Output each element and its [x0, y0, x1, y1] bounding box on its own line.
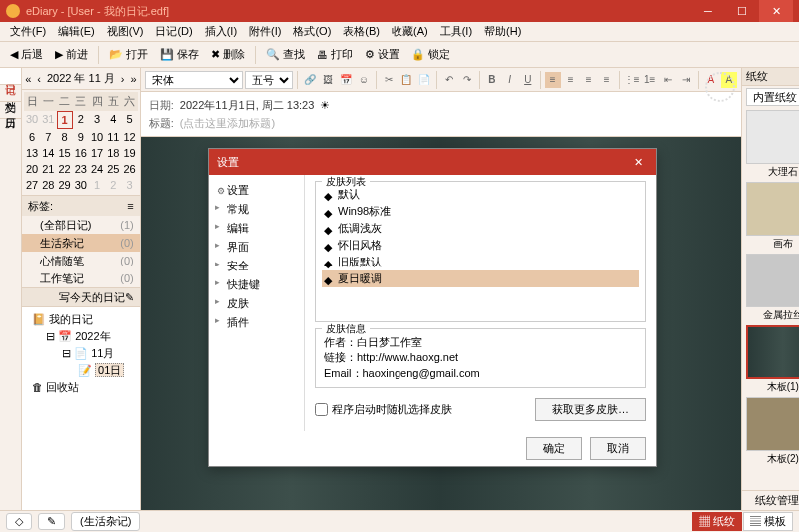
cal-title[interactable]: 2022 年 11 月: [47, 71, 115, 86]
settings-tree-root[interactable]: 设置: [213, 181, 300, 200]
minimize-button[interactable]: ─: [691, 0, 725, 22]
font-family-select[interactable]: 宋体: [145, 71, 243, 89]
emoji-icon[interactable]: ☺: [356, 72, 372, 88]
status-tab-paper[interactable]: ▦ 纸纹: [692, 512, 742, 531]
cal-day[interactable]: 7: [40, 129, 56, 145]
title-input[interactable]: (点击这里添加标题): [180, 116, 275, 131]
cal-day[interactable]: 8: [57, 129, 73, 145]
forward-button[interactable]: ▶前进: [51, 45, 92, 64]
paper-thumb[interactable]: 画布: [746, 182, 799, 252]
cal-day[interactable]: 3: [122, 177, 138, 193]
paper-thumb[interactable]: 木板(2): [746, 397, 799, 467]
skin-item[interactable]: ◆怀旧风格: [322, 237, 639, 254]
bottom-tab-2[interactable]: ✎: [38, 513, 65, 530]
cal-day[interactable]: 17: [89, 145, 105, 161]
lock-button[interactable]: 🔒锁定: [407, 45, 454, 64]
align-left-icon[interactable]: ≡: [545, 72, 561, 88]
cal-day[interactable]: 19: [122, 145, 138, 161]
paper-source-select[interactable]: 内置纸纹: [746, 88, 799, 106]
cal-prev-month-icon[interactable]: ‹: [37, 73, 41, 85]
settings-tree-item[interactable]: 皮肤: [213, 294, 300, 313]
paste-icon[interactable]: 📄: [416, 72, 432, 88]
settings-tree-item[interactable]: 常规: [213, 200, 300, 219]
tree-root[interactable]: 📔 我的日记: [28, 311, 134, 328]
tab-diary[interactable]: 日记: [0, 68, 21, 85]
cal-day[interactable]: 9: [73, 129, 89, 145]
image-icon[interactable]: 🖼: [320, 72, 336, 88]
random-skin-checkbox[interactable]: 程序启动时随机选择皮肤 获取更多皮肤…: [315, 394, 646, 425]
tab-calendar[interactable]: 日历: [0, 102, 21, 119]
close-button[interactable]: ✕: [759, 0, 793, 22]
menu-insert[interactable]: 插入(I): [201, 22, 241, 41]
tag-item[interactable]: 工作笔记(0): [22, 269, 140, 287]
cal-day[interactable]: 26: [122, 161, 138, 177]
italic-icon[interactable]: I: [502, 72, 518, 88]
menu-format[interactable]: 格式(O): [289, 22, 335, 41]
cal-day[interactable]: 14: [40, 145, 56, 161]
cal-day[interactable]: 15: [57, 145, 73, 161]
dialog-close-button[interactable]: ✕: [628, 152, 648, 172]
settings-tree-item[interactable]: 编辑: [213, 219, 300, 238]
redo-icon[interactable]: ↷: [459, 72, 475, 88]
list-number-icon[interactable]: 1≡: [642, 72, 658, 88]
cal-prev-year-icon[interactable]: «: [25, 73, 31, 85]
cal-day[interactable]: 1: [57, 111, 73, 129]
paper-thumb[interactable]: 大理石: [746, 110, 799, 180]
cal-next-year-icon[interactable]: »: [130, 73, 136, 85]
bottom-tab-3[interactable]: (生活杂记): [71, 512, 140, 531]
cal-day[interactable]: 4: [105, 111, 121, 129]
settings-tree-item[interactable]: 插件: [213, 313, 300, 332]
open-button[interactable]: 📂打开: [105, 45, 152, 64]
delete-button[interactable]: ✖删除: [207, 45, 249, 64]
cal-day[interactable]: 24: [89, 161, 105, 177]
cal-day[interactable]: 25: [105, 161, 121, 177]
cal-day[interactable]: 18: [105, 145, 121, 161]
menu-tools[interactable]: 工具(I): [436, 22, 476, 41]
cal-day[interactable]: 30: [73, 177, 89, 193]
date-icon[interactable]: 📅: [338, 72, 354, 88]
bottom-tab-1[interactable]: ◇: [6, 513, 32, 530]
tab-docs[interactable]: 文档: [0, 85, 21, 102]
indent-icon[interactable]: ⇥: [678, 72, 694, 88]
paper-manager-button[interactable]: 纸纹管理器: [742, 490, 799, 510]
ok-button[interactable]: 确定: [526, 437, 582, 460]
tree-day[interactable]: 📝 01日: [28, 362, 134, 379]
settings-tree-item[interactable]: 界面: [213, 238, 300, 257]
settings-tree-item[interactable]: 安全: [213, 257, 300, 275]
settings-button[interactable]: ⚙设置: [361, 45, 403, 64]
menu-fav[interactable]: 收藏(A): [388, 22, 432, 41]
cal-day[interactable]: 12: [122, 129, 138, 145]
cal-day[interactable]: 5: [122, 111, 138, 129]
cal-day[interactable]: 28: [40, 177, 56, 193]
skin-item[interactable]: ◆Win98标准: [322, 203, 639, 220]
tag-item[interactable]: 生活杂记(0): [22, 234, 140, 252]
tree-year[interactable]: ⊟ 📅 2022年: [28, 328, 134, 345]
menu-table[interactable]: 表格(B): [339, 22, 384, 41]
cal-day[interactable]: 16: [73, 145, 89, 161]
tree-month[interactable]: ⊟ 📄 11月: [28, 345, 134, 362]
print-button[interactable]: 🖶打印: [313, 45, 357, 64]
status-tab-template[interactable]: ▤ 模板: [743, 512, 793, 531]
write-today-button[interactable]: 写今天的日记 ✎: [22, 287, 140, 307]
cal-day[interactable]: 2: [105, 177, 121, 193]
menu-edit[interactable]: 编辑(E): [54, 22, 99, 41]
underline-icon[interactable]: U: [520, 72, 536, 88]
skin-item[interactable]: ◆旧版默认: [322, 254, 639, 270]
cal-day[interactable]: 3: [89, 111, 105, 129]
tag-item[interactable]: 心情随笔(0): [22, 252, 140, 269]
get-more-skins-button[interactable]: 获取更多皮肤…: [535, 398, 646, 421]
save-button[interactable]: 💾保存: [156, 45, 203, 64]
tree-recycle[interactable]: 🗑 回收站: [28, 379, 134, 396]
cal-day[interactable]: 20: [24, 161, 40, 177]
menu-view[interactable]: 视图(V): [103, 22, 148, 41]
cal-day[interactable]: 21: [40, 161, 56, 177]
maximize-button[interactable]: ☐: [725, 0, 759, 22]
font-size-select[interactable]: 五号: [245, 71, 293, 89]
menu-diary[interactable]: 日记(D): [151, 22, 196, 41]
menu-file[interactable]: 文件(F): [6, 22, 50, 41]
tag-item[interactable]: (全部日记)(1): [22, 216, 140, 234]
list-bullet-icon[interactable]: ⋮≡: [624, 72, 640, 88]
outdent-icon[interactable]: ⇤: [660, 72, 676, 88]
align-justify-icon[interactable]: ≡: [599, 72, 615, 88]
skin-item[interactable]: ◆夏日暖调: [322, 270, 639, 287]
